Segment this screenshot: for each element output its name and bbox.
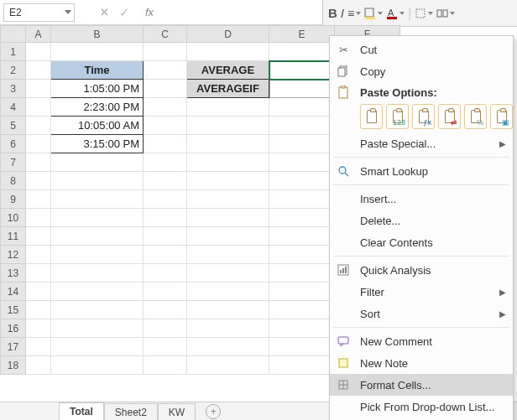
cell-E2-selected[interactable] bbox=[269, 61, 335, 80]
font-color-button[interactable]: A bbox=[386, 8, 405, 19]
menu-clear-contents[interactable]: Clear Contents bbox=[330, 231, 513, 253]
name-box[interactable]: E2 bbox=[3, 3, 75, 22]
add-sheet-button[interactable]: + bbox=[206, 404, 221, 419]
clipboard-icon bbox=[335, 86, 352, 99]
menu-new-comment[interactable]: New Comment bbox=[330, 330, 513, 352]
cell-B2[interactable]: Time bbox=[51, 61, 144, 80]
row-header[interactable]: 18 bbox=[1, 356, 26, 375]
menu-quick-analysis[interactable]: Quick Analysis bbox=[330, 259, 513, 281]
chevron-right-icon: ▶ bbox=[499, 139, 506, 148]
check-icon[interactable]: ✓ bbox=[119, 5, 130, 20]
sheet-tab-kw[interactable]: KW bbox=[158, 403, 196, 420]
row-header[interactable]: 8 bbox=[1, 172, 26, 190]
row-header[interactable]: 11 bbox=[1, 227, 26, 246]
menu-paste-special[interactable]: Paste Special...▶ bbox=[330, 132, 513, 154]
paste-option-paste[interactable] bbox=[360, 104, 383, 129]
chevron-down-icon bbox=[65, 10, 71, 14]
chevron-right-icon: ▶ bbox=[499, 288, 506, 297]
row-header[interactable]: 17 bbox=[1, 338, 26, 356]
svg-rect-17 bbox=[338, 337, 348, 344]
comment-icon bbox=[335, 335, 352, 347]
merge-button[interactable] bbox=[436, 8, 455, 19]
paste-option-picture[interactable]: ▣ bbox=[490, 104, 513, 129]
row-header[interactable]: 6 bbox=[1, 135, 26, 153]
menu-delete[interactable]: Delete... bbox=[330, 210, 513, 231]
svg-rect-15 bbox=[342, 268, 344, 273]
row-header[interactable]: 7 bbox=[1, 153, 26, 172]
svg-rect-18 bbox=[339, 359, 347, 367]
row-header[interactable]: 14 bbox=[1, 283, 26, 301]
borders-button[interactable] bbox=[415, 8, 433, 19]
format-cells-icon bbox=[335, 379, 352, 391]
menu-filter[interactable]: Filter▶ bbox=[330, 281, 513, 303]
menu-cut[interactable]: ✂Cut bbox=[330, 39, 513, 60]
row-header[interactable]: 1 bbox=[1, 43, 26, 61]
menu-sort[interactable]: Sort▶ bbox=[330, 303, 513, 324]
scissors-icon: ✂ bbox=[335, 44, 352, 56]
svg-rect-4 bbox=[416, 9, 425, 18]
align-button[interactable]: ≡ bbox=[347, 7, 361, 20]
cell-E3[interactable] bbox=[269, 80, 335, 98]
paste-options-row: 123 ƒx ⇄ % ▣ bbox=[330, 102, 513, 132]
cancel-icon[interactable]: ✕ bbox=[100, 6, 109, 18]
svg-rect-3 bbox=[387, 17, 397, 19]
row-header[interactable]: 13 bbox=[1, 264, 26, 283]
row-header[interactable]: 12 bbox=[1, 246, 26, 264]
menu-insert[interactable]: Insert... bbox=[330, 188, 513, 210]
menu-pick-from-list[interactable]: Pick From Drop-down List... bbox=[330, 396, 513, 417]
sheet-tab-sheet2[interactable]: Sheet2 bbox=[104, 403, 158, 420]
paste-option-formatting[interactable]: % bbox=[464, 104, 487, 129]
svg-rect-9 bbox=[339, 87, 347, 98]
svg-rect-6 bbox=[443, 10, 447, 17]
note-icon bbox=[335, 357, 352, 369]
col-header-E[interactable]: E bbox=[269, 26, 335, 43]
ribbon-fragment: B I ≡ A | bbox=[322, 0, 517, 27]
row-header[interactable]: 3 bbox=[1, 80, 26, 98]
svg-rect-5 bbox=[437, 10, 441, 17]
search-icon bbox=[335, 165, 352, 177]
svg-rect-10 bbox=[342, 86, 345, 88]
col-header-C[interactable]: C bbox=[144, 26, 187, 43]
row-header[interactable]: 5 bbox=[1, 117, 26, 135]
row-header[interactable]: 4 bbox=[1, 98, 26, 117]
quick-analysis-icon bbox=[335, 264, 352, 276]
context-menu: ✂Cut Copy Paste Options: 123 ƒx ⇄ % ▣ Pa… bbox=[329, 35, 514, 420]
menu-new-note[interactable]: New Note bbox=[330, 352, 513, 374]
name-box-value: E2 bbox=[9, 7, 22, 18]
fill-color-button[interactable] bbox=[364, 8, 383, 19]
row-header[interactable]: 9 bbox=[1, 190, 26, 209]
col-header-A[interactable]: A bbox=[26, 26, 51, 43]
svg-rect-14 bbox=[340, 270, 342, 273]
svg-text:A: A bbox=[388, 8, 394, 18]
menu-paste-options-header: Paste Options: bbox=[330, 82, 513, 102]
paste-option-transpose[interactable]: ⇄ bbox=[438, 104, 461, 129]
row-header[interactable]: 16 bbox=[1, 319, 26, 338]
chevron-right-icon: ▶ bbox=[499, 309, 506, 319]
cell-D3[interactable]: AVERAGEIF bbox=[187, 80, 269, 98]
menu-smart-lookup[interactable]: Smart Lookup bbox=[330, 160, 513, 182]
row-header[interactable]: 10 bbox=[1, 209, 26, 227]
fx-label[interactable]: fx bbox=[145, 6, 154, 18]
col-header-D[interactable]: D bbox=[187, 26, 269, 43]
row-header[interactable]: 2 bbox=[1, 61, 26, 80]
cell-B5[interactable]: 10:05:00 AM bbox=[51, 117, 144, 135]
menu-format-cells[interactable]: Format Cells... bbox=[330, 374, 513, 396]
paste-option-values[interactable]: 123 bbox=[386, 104, 409, 129]
svg-point-11 bbox=[339, 167, 346, 174]
formula-bar-controls: ✕ ✓ fx bbox=[100, 5, 154, 20]
italic-button[interactable]: I bbox=[341, 6, 344, 20]
menu-copy[interactable]: Copy bbox=[330, 60, 513, 82]
sheet-tab-total[interactable]: Total bbox=[59, 402, 104, 420]
cell-B4[interactable]: 2:23:00 PM bbox=[51, 98, 144, 117]
cell-B3[interactable]: 1:05:00 PM bbox=[51, 80, 144, 98]
paste-option-formulas[interactable]: ƒx bbox=[412, 104, 435, 129]
svg-rect-1 bbox=[365, 17, 375, 19]
row-header[interactable]: 15 bbox=[1, 301, 26, 319]
svg-line-12 bbox=[345, 173, 348, 176]
cell-D2[interactable]: AVERAGE bbox=[187, 61, 269, 80]
svg-rect-8 bbox=[338, 68, 345, 76]
bold-button[interactable]: B bbox=[328, 6, 337, 20]
col-header-B[interactable]: B bbox=[51, 26, 144, 43]
select-all-corner[interactable] bbox=[1, 26, 26, 43]
cell-B6[interactable]: 3:15:00 PM bbox=[51, 135, 144, 153]
